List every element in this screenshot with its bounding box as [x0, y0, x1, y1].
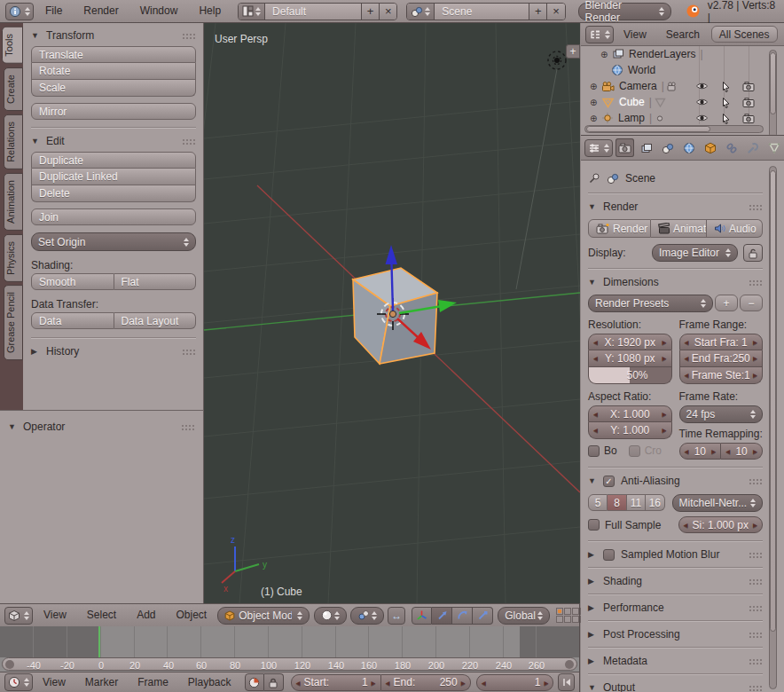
lock-interface-button[interactable]: [743, 244, 763, 262]
item-label[interactable]: Lamp: [616, 112, 647, 124]
tab-create[interactable]: Create: [4, 67, 23, 111]
menu-search[interactable]: Search: [656, 24, 710, 45]
camera-toggle-icon[interactable]: [742, 81, 755, 92]
menu-file[interactable]: File: [35, 0, 72, 22]
scene-name-field[interactable]: Scene: [435, 4, 529, 20]
layout-selector-dropdown[interactable]: [239, 4, 265, 20]
scrollbar-thumb[interactable]: [770, 52, 776, 114]
camera-toggle-icon[interactable]: [742, 97, 755, 108]
scale-button[interactable]: Scale: [31, 80, 196, 97]
shade-smooth-button[interactable]: Smooth: [31, 273, 114, 290]
menu-view[interactable]: View: [34, 604, 76, 626]
outliner-row-world[interactable]: World: [581, 62, 767, 78]
duplicate-button[interactable]: Duplicate: [31, 152, 196, 169]
stepper-left-icon[interactable]: ◂: [296, 678, 301, 688]
layer-cell[interactable]: [564, 608, 571, 615]
menu-object[interactable]: Object: [167, 604, 217, 626]
viewport-shading-dropdown[interactable]: [314, 607, 347, 625]
lamp-object[interactable]: [548, 51, 566, 69]
lock-frame-button[interactable]: [264, 673, 284, 691]
stepper-right-icon[interactable]: ▸: [662, 425, 666, 435]
render-animation-button[interactable]: Animation: [651, 219, 707, 238]
scrollbar-thumb[interactable]: [770, 170, 776, 632]
pivot-dropdown[interactable]: [350, 607, 384, 625]
menu-window[interactable]: Window: [130, 0, 188, 22]
jump-to-start-button[interactable]: [558, 673, 575, 691]
pin-icon[interactable]: [588, 172, 600, 185]
stepper-right-icon[interactable]: ▸: [753, 370, 757, 380]
stepper-right-icon[interactable]: ▸: [461, 678, 466, 688]
end-frame-field[interactable]: ◂ End Fra:250 ▸: [679, 350, 764, 367]
output-panel-header[interactable]: ▼ Output: [588, 679, 763, 692]
tab-constraints[interactable]: [722, 138, 741, 157]
panel-grip-icon[interactable]: [749, 605, 763, 611]
camera-toggle-icon[interactable]: [742, 113, 755, 124]
stepper-right-icon[interactable]: ▸: [662, 337, 666, 347]
panel-collapse-icon[interactable]: ▼: [588, 278, 597, 287]
tab-modifiers[interactable]: [743, 138, 762, 157]
scrollbar-left-knob[interactable]: [5, 660, 14, 669]
panel-grip-icon[interactable]: [182, 138, 196, 145]
outliner-row-cube[interactable]: ⊕ Cube |: [581, 94, 767, 110]
duplicate-linked-button[interactable]: Duplicate Linked: [31, 169, 196, 185]
panel-collapse-icon[interactable]: ▼: [8, 422, 17, 431]
manipulator-toggle-button[interactable]: [412, 607, 432, 625]
panel-collapse-icon[interactable]: ▼: [588, 683, 597, 692]
panel-grip-icon[interactable]: [181, 424, 195, 430]
remap-new-field[interactable]: ◂ 10 ▸: [721, 443, 763, 460]
layer-cell[interactable]: [572, 616, 579, 623]
stepper-right-icon[interactable]: ▸: [753, 520, 757, 530]
panel-grip-icon[interactable]: [182, 33, 196, 39]
current-frame-field[interactable]: ◂ 1 ▸: [476, 674, 554, 691]
panel-grip-icon[interactable]: [749, 204, 763, 210]
aspect-x-field[interactable]: ◂ X: 1.000 ▸: [588, 405, 672, 422]
remap-old-field[interactable]: ◂ 10 ▸: [679, 443, 722, 460]
outliner-editor-selector[interactable]: [585, 26, 614, 43]
start-frame-field[interactable]: ◂ Start: 1 ▸: [291, 674, 381, 691]
performance-panel-header[interactable]: ▶ Performance: [588, 599, 763, 617]
dimensions-panel-header[interactable]: ▼ Dimensions: [588, 273, 763, 291]
panel-collapse-icon[interactable]: ▶: [588, 657, 597, 665]
panel-grip-icon[interactable]: [749, 578, 763, 585]
stepper-right-icon[interactable]: ▸: [711, 446, 716, 456]
stepper-left-icon[interactable]: ◂: [685, 446, 689, 456]
av-sync-button[interactable]: [245, 673, 264, 691]
full-sample-checkbox[interactable]: [588, 519, 600, 531]
item-label[interactable]: Camera: [617, 80, 659, 92]
data-button[interactable]: Data: [31, 312, 114, 329]
render-button[interactable]: Render: [588, 219, 651, 238]
panel-grip-icon[interactable]: [749, 685, 763, 691]
sampled-motion-blur-checkbox[interactable]: [603, 549, 615, 561]
timeline-scrollbar[interactable]: -40 -20 0 20 40 60 80 100 120 140 160 18…: [2, 657, 577, 671]
pivot-align-toggle[interactable]: ↔: [388, 607, 405, 625]
resolution-y-field[interactable]: ◂ Y: 1080 px ▸: [588, 350, 672, 367]
outliner-hscrollbar[interactable]: [584, 125, 764, 133]
tab-data[interactable]: [764, 138, 783, 157]
layer-cell[interactable]: [556, 616, 563, 623]
cursor-icon[interactable]: [720, 97, 731, 108]
panel-collapse-icon[interactable]: ▼: [588, 476, 597, 485]
expand-icon[interactable]: ⊕: [590, 114, 599, 123]
rotate-button[interactable]: Rotate: [31, 63, 196, 80]
expand-icon[interactable]: ⊕: [590, 98, 599, 107]
stepper-left-icon[interactable]: ◂: [593, 409, 598, 419]
panel-grip-icon[interactable]: [749, 279, 763, 286]
sampled-motion-blur-panel-header[interactable]: ▶ Sampled Motion Blur: [588, 546, 763, 563]
properties-editor-selector[interactable]: [584, 139, 613, 157]
add-preset-button[interactable]: +: [715, 295, 738, 311]
menu-marker[interactable]: Marker: [75, 672, 128, 692]
aspect-y-field[interactable]: ◂ Y: 1.000 ▸: [588, 422, 672, 439]
menu-help[interactable]: Help: [189, 0, 231, 22]
operator-panel-header[interactable]: ▼ Operator: [8, 418, 195, 436]
stepper-left-icon[interactable]: ◂: [685, 353, 689, 363]
menu-select[interactable]: Select: [77, 604, 126, 626]
add-region-plus-button[interactable]: +: [566, 44, 580, 59]
stepper-right-icon[interactable]: ▸: [753, 353, 757, 363]
info-editor-selector[interactable]: [5, 3, 34, 20]
menu-view[interactable]: View: [33, 672, 75, 692]
tab-physics[interactable]: Physics: [4, 234, 23, 282]
expand-icon[interactable]: ⊕: [590, 82, 599, 91]
panel-grip-icon[interactable]: [749, 552, 763, 558]
tab-relations[interactable]: Relations: [4, 114, 23, 169]
properties-vscrollbar[interactable]: [769, 166, 777, 689]
